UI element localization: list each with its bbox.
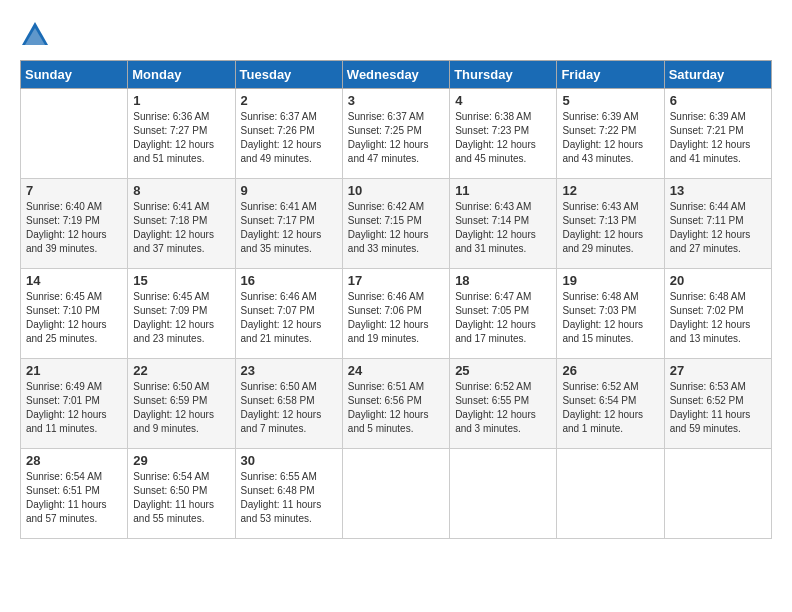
day-number: 6 xyxy=(670,93,766,108)
day-number: 2 xyxy=(241,93,337,108)
day-info: Sunrise: 6:39 AMSunset: 7:21 PMDaylight:… xyxy=(670,110,766,166)
day-number: 5 xyxy=(562,93,658,108)
weekday-header-wednesday: Wednesday xyxy=(342,61,449,89)
day-info: Sunrise: 6:52 AMSunset: 6:54 PMDaylight:… xyxy=(562,380,658,436)
logo xyxy=(20,20,54,50)
calendar-cell: 13Sunrise: 6:44 AMSunset: 7:11 PMDayligh… xyxy=(664,179,771,269)
day-info: Sunrise: 6:46 AMSunset: 7:06 PMDaylight:… xyxy=(348,290,444,346)
day-number: 29 xyxy=(133,453,229,468)
calendar-cell: 22Sunrise: 6:50 AMSunset: 6:59 PMDayligh… xyxy=(128,359,235,449)
day-info: Sunrise: 6:38 AMSunset: 7:23 PMDaylight:… xyxy=(455,110,551,166)
day-info: Sunrise: 6:48 AMSunset: 7:02 PMDaylight:… xyxy=(670,290,766,346)
day-info: Sunrise: 6:51 AMSunset: 6:56 PMDaylight:… xyxy=(348,380,444,436)
calendar-cell: 11Sunrise: 6:43 AMSunset: 7:14 PMDayligh… xyxy=(450,179,557,269)
day-number: 7 xyxy=(26,183,122,198)
day-info: Sunrise: 6:54 AMSunset: 6:50 PMDaylight:… xyxy=(133,470,229,526)
calendar-cell: 19Sunrise: 6:48 AMSunset: 7:03 PMDayligh… xyxy=(557,269,664,359)
day-info: Sunrise: 6:36 AMSunset: 7:27 PMDaylight:… xyxy=(133,110,229,166)
day-number: 18 xyxy=(455,273,551,288)
calendar-cell: 26Sunrise: 6:52 AMSunset: 6:54 PMDayligh… xyxy=(557,359,664,449)
calendar-cell: 27Sunrise: 6:53 AMSunset: 6:52 PMDayligh… xyxy=(664,359,771,449)
week-row-5: 28Sunrise: 6:54 AMSunset: 6:51 PMDayligh… xyxy=(21,449,772,539)
calendar-cell: 2Sunrise: 6:37 AMSunset: 7:26 PMDaylight… xyxy=(235,89,342,179)
day-number: 13 xyxy=(670,183,766,198)
weekday-header-monday: Monday xyxy=(128,61,235,89)
calendar-cell: 17Sunrise: 6:46 AMSunset: 7:06 PMDayligh… xyxy=(342,269,449,359)
day-number: 19 xyxy=(562,273,658,288)
calendar-cell: 7Sunrise: 6:40 AMSunset: 7:19 PMDaylight… xyxy=(21,179,128,269)
weekday-header-row: SundayMondayTuesdayWednesdayThursdayFrid… xyxy=(21,61,772,89)
day-number: 20 xyxy=(670,273,766,288)
day-info: Sunrise: 6:37 AMSunset: 7:26 PMDaylight:… xyxy=(241,110,337,166)
calendar-cell: 25Sunrise: 6:52 AMSunset: 6:55 PMDayligh… xyxy=(450,359,557,449)
day-number: 16 xyxy=(241,273,337,288)
calendar-cell: 1Sunrise: 6:36 AMSunset: 7:27 PMDaylight… xyxy=(128,89,235,179)
day-number: 11 xyxy=(455,183,551,198)
weekday-header-saturday: Saturday xyxy=(664,61,771,89)
day-info: Sunrise: 6:55 AMSunset: 6:48 PMDaylight:… xyxy=(241,470,337,526)
day-info: Sunrise: 6:42 AMSunset: 7:15 PMDaylight:… xyxy=(348,200,444,256)
calendar-cell: 29Sunrise: 6:54 AMSunset: 6:50 PMDayligh… xyxy=(128,449,235,539)
day-info: Sunrise: 6:53 AMSunset: 6:52 PMDaylight:… xyxy=(670,380,766,436)
day-info: Sunrise: 6:52 AMSunset: 6:55 PMDaylight:… xyxy=(455,380,551,436)
day-info: Sunrise: 6:45 AMSunset: 7:09 PMDaylight:… xyxy=(133,290,229,346)
day-number: 17 xyxy=(348,273,444,288)
calendar-cell: 5Sunrise: 6:39 AMSunset: 7:22 PMDaylight… xyxy=(557,89,664,179)
day-info: Sunrise: 6:39 AMSunset: 7:22 PMDaylight:… xyxy=(562,110,658,166)
calendar-cell: 15Sunrise: 6:45 AMSunset: 7:09 PMDayligh… xyxy=(128,269,235,359)
weekday-header-tuesday: Tuesday xyxy=(235,61,342,89)
calendar-cell: 8Sunrise: 6:41 AMSunset: 7:18 PMDaylight… xyxy=(128,179,235,269)
day-number: 23 xyxy=(241,363,337,378)
logo-icon xyxy=(20,20,50,50)
day-info: Sunrise: 6:44 AMSunset: 7:11 PMDaylight:… xyxy=(670,200,766,256)
day-number: 21 xyxy=(26,363,122,378)
week-row-3: 14Sunrise: 6:45 AMSunset: 7:10 PMDayligh… xyxy=(21,269,772,359)
day-number: 25 xyxy=(455,363,551,378)
day-number: 27 xyxy=(670,363,766,378)
calendar-cell: 16Sunrise: 6:46 AMSunset: 7:07 PMDayligh… xyxy=(235,269,342,359)
calendar-cell: 20Sunrise: 6:48 AMSunset: 7:02 PMDayligh… xyxy=(664,269,771,359)
calendar-cell: 6Sunrise: 6:39 AMSunset: 7:21 PMDaylight… xyxy=(664,89,771,179)
day-info: Sunrise: 6:48 AMSunset: 7:03 PMDaylight:… xyxy=(562,290,658,346)
day-info: Sunrise: 6:50 AMSunset: 6:58 PMDaylight:… xyxy=(241,380,337,436)
calendar-cell: 9Sunrise: 6:41 AMSunset: 7:17 PMDaylight… xyxy=(235,179,342,269)
day-number: 26 xyxy=(562,363,658,378)
calendar-cell: 3Sunrise: 6:37 AMSunset: 7:25 PMDaylight… xyxy=(342,89,449,179)
day-number: 14 xyxy=(26,273,122,288)
day-info: Sunrise: 6:46 AMSunset: 7:07 PMDaylight:… xyxy=(241,290,337,346)
calendar-cell xyxy=(450,449,557,539)
week-row-1: 1Sunrise: 6:36 AMSunset: 7:27 PMDaylight… xyxy=(21,89,772,179)
week-row-4: 21Sunrise: 6:49 AMSunset: 7:01 PMDayligh… xyxy=(21,359,772,449)
day-info: Sunrise: 6:50 AMSunset: 6:59 PMDaylight:… xyxy=(133,380,229,436)
calendar-cell: 24Sunrise: 6:51 AMSunset: 6:56 PMDayligh… xyxy=(342,359,449,449)
day-number: 10 xyxy=(348,183,444,198)
calendar-cell xyxy=(664,449,771,539)
day-info: Sunrise: 6:37 AMSunset: 7:25 PMDaylight:… xyxy=(348,110,444,166)
weekday-header-sunday: Sunday xyxy=(21,61,128,89)
calendar-cell: 12Sunrise: 6:43 AMSunset: 7:13 PMDayligh… xyxy=(557,179,664,269)
week-row-2: 7Sunrise: 6:40 AMSunset: 7:19 PMDaylight… xyxy=(21,179,772,269)
calendar-cell: 21Sunrise: 6:49 AMSunset: 7:01 PMDayligh… xyxy=(21,359,128,449)
calendar-table: SundayMondayTuesdayWednesdayThursdayFrid… xyxy=(20,60,772,539)
day-number: 9 xyxy=(241,183,337,198)
calendar-cell xyxy=(342,449,449,539)
calendar-cell: 28Sunrise: 6:54 AMSunset: 6:51 PMDayligh… xyxy=(21,449,128,539)
day-info: Sunrise: 6:41 AMSunset: 7:17 PMDaylight:… xyxy=(241,200,337,256)
calendar-cell xyxy=(21,89,128,179)
day-number: 30 xyxy=(241,453,337,468)
day-info: Sunrise: 6:45 AMSunset: 7:10 PMDaylight:… xyxy=(26,290,122,346)
day-number: 15 xyxy=(133,273,229,288)
day-number: 28 xyxy=(26,453,122,468)
day-info: Sunrise: 6:40 AMSunset: 7:19 PMDaylight:… xyxy=(26,200,122,256)
calendar-cell: 14Sunrise: 6:45 AMSunset: 7:10 PMDayligh… xyxy=(21,269,128,359)
day-number: 4 xyxy=(455,93,551,108)
day-number: 22 xyxy=(133,363,229,378)
day-number: 12 xyxy=(562,183,658,198)
day-number: 3 xyxy=(348,93,444,108)
calendar-cell: 10Sunrise: 6:42 AMSunset: 7:15 PMDayligh… xyxy=(342,179,449,269)
day-info: Sunrise: 6:43 AMSunset: 7:13 PMDaylight:… xyxy=(562,200,658,256)
day-info: Sunrise: 6:47 AMSunset: 7:05 PMDaylight:… xyxy=(455,290,551,346)
calendar-cell: 23Sunrise: 6:50 AMSunset: 6:58 PMDayligh… xyxy=(235,359,342,449)
calendar-cell xyxy=(557,449,664,539)
calendar-cell: 30Sunrise: 6:55 AMSunset: 6:48 PMDayligh… xyxy=(235,449,342,539)
